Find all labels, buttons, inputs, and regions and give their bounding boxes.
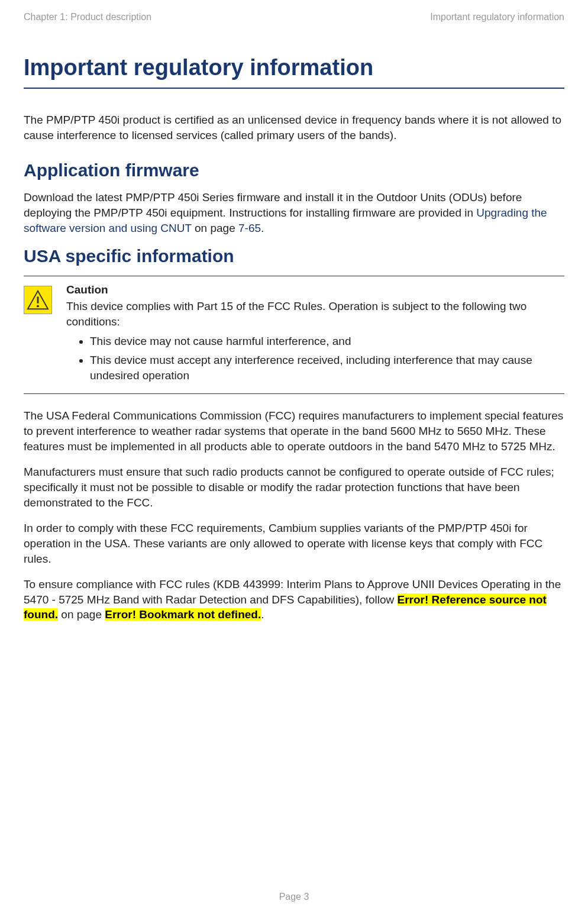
application-firmware-paragraph: Download the latest PMP/PTP 450i Series … (24, 190, 564, 235)
caution-icon (24, 286, 52, 314)
section-heading-usa: USA specific information (24, 246, 564, 266)
caution-label: Caution (66, 283, 564, 296)
error-bookmark-not-defined: Error! Bookmark not defined. (105, 608, 261, 621)
app-fw-text-suffix: . (261, 222, 264, 234)
final-mid: on page (58, 608, 105, 621)
caution-intro: This device complies with Part 15 of the… (66, 299, 564, 329)
app-fw-text-prefix: Download the latest PMP/PTP 450i Series … (24, 191, 522, 219)
caution-list-item: This device may not cause harmful interf… (90, 334, 564, 349)
page-header: Chapter 1: Product description Important… (24, 12, 564, 22)
page-footer: Page 3 (0, 892, 588, 902)
final-suffix: . (261, 608, 264, 621)
intro-paragraph: The PMP/PTP 450i product is certified as… (24, 112, 564, 143)
usa-paragraph-2: Manufacturers must ensure that such radi… (24, 464, 564, 510)
usa-paragraph-1: The USA Federal Communications Commissio… (24, 408, 564, 454)
caution-content: Caution This device complies with Part 1… (66, 283, 564, 386)
usa-paragraph-3: In order to comply with these FCC requir… (24, 521, 564, 566)
header-right: Important regulatory information (430, 12, 564, 22)
svg-point-2 (37, 305, 39, 308)
usa-final-paragraph: To ensure compliance with FCC rules (KDB… (24, 577, 564, 622)
caution-box: Caution This device complies with Part 1… (24, 276, 564, 394)
page-ref-link[interactable]: 7-65 (238, 222, 261, 234)
page-title: Important regulatory information (24, 55, 564, 89)
app-fw-text-mid: on page (192, 222, 238, 234)
section-heading-application-firmware: Application firmware (24, 160, 564, 180)
caution-list: This device may not cause harmful interf… (66, 334, 564, 383)
header-left: Chapter 1: Product description (24, 12, 151, 22)
caution-list-item: This device must accept any interference… (90, 353, 564, 383)
